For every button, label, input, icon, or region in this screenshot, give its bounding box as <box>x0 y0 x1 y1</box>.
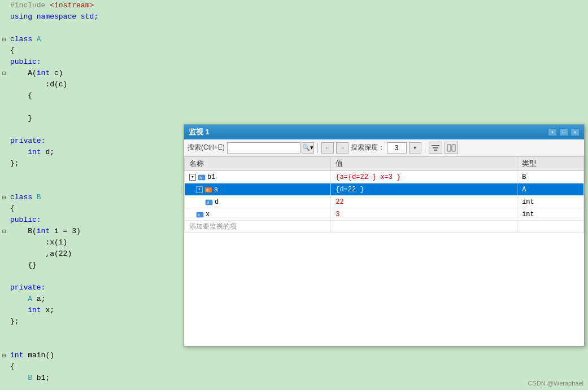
watch-close-button[interactable]: ✕ <box>570 128 580 136</box>
svg-rect-2 <box>434 150 437 151</box>
toolbar-separator-1 <box>317 143 318 153</box>
code-line-6: public: <box>0 56 186 68</box>
watermark: CSDN @Weraphael <box>528 380 583 387</box>
watch-window: 监视 1 ▾ □ ✕ 搜索(Ctrl+E) 🔍▾ ← → 搜索深度： ▾ <box>184 124 585 347</box>
code-line-7: ⊟ A(int c) <box>0 68 186 79</box>
code-line-1: #include <iostream> <box>0 0 186 11</box>
code-line-30 <box>0 327 186 339</box>
toolbar-separator-2 <box>425 143 425 153</box>
code-line-32: ⊟ int main() <box>0 350 186 361</box>
row-name-a: ▾ a a <box>185 183 331 196</box>
code-line-26: private: <box>0 282 186 293</box>
code-line-34: B b1; <box>0 373 186 384</box>
watch-restore-button[interactable]: □ <box>559 128 568 136</box>
object-icon-d: d <box>205 198 213 206</box>
row-type-x: int <box>517 208 584 221</box>
row-type-b1: B <box>517 171 584 183</box>
watch-titlebar: 监视 1 ▾ □ ✕ <box>184 125 584 139</box>
row-name-d: d d <box>185 196 331 208</box>
code-editor: #include <iostream> using namespace std;… <box>0 0 186 390</box>
code-line-4: ⊟ class A <box>0 34 186 45</box>
code-line-15: }; <box>0 158 186 169</box>
code-line-8: :d(c) <box>0 79 186 90</box>
code-line-33: { <box>0 361 186 373</box>
nav-back-button[interactable]: ← <box>321 142 334 154</box>
code-line-20: public: <box>0 214 186 226</box>
code-line-5: { <box>0 45 186 56</box>
code-line-27: A a; <box>0 293 186 305</box>
code-line-25 <box>0 271 186 282</box>
row-value-a: {d=22 } <box>331 183 517 196</box>
expand-icon-a[interactable]: ▾ <box>196 186 203 193</box>
search-label: 搜索(Ctrl+E) <box>188 143 225 152</box>
toolbar-icon-btn-2[interactable] <box>445 142 458 154</box>
watch-title: 监视 1 <box>189 127 210 137</box>
object-icon-a: a <box>204 186 212 194</box>
var-name-b1: b1 <box>207 173 215 181</box>
svg-rect-0 <box>432 145 439 146</box>
search-button[interactable]: 🔍▾ <box>302 142 314 154</box>
toolbar-icon-btn-1[interactable] <box>429 142 442 154</box>
code-line-22: :x(i) <box>0 237 186 248</box>
col-header-type: 类型 <box>517 157 584 171</box>
watch-table: 名称 值 类型 ▾ b b1 {a={d=22 } <box>184 156 584 233</box>
code-line-23: ,a(22) <box>0 248 186 260</box>
row-name-b1: ▾ b b1 <box>185 171 331 183</box>
svg-rect-4 <box>452 144 455 151</box>
code-line-17 <box>0 181 186 192</box>
code-line-35 <box>0 384 186 390</box>
svg-text:a: a <box>206 188 208 192</box>
svg-text:b: b <box>199 176 202 180</box>
code-line-14: int d; <box>0 147 186 158</box>
watch-empty-area <box>184 233 584 346</box>
expand-icon-b1[interactable]: ▾ <box>189 174 196 181</box>
depth-label: 搜索深度： <box>351 143 385 152</box>
search-box: 🔍▾ <box>227 142 314 154</box>
add-watch-label: 添加要监视的项 <box>185 221 331 233</box>
columns-icon <box>447 143 456 152</box>
svg-rect-1 <box>433 147 438 148</box>
search-input[interactable] <box>227 142 300 154</box>
code-line-9: { <box>0 90 186 102</box>
object-icon-b1: b <box>198 173 206 181</box>
depth-input[interactable] <box>387 142 407 154</box>
svg-text:x: x <box>198 213 200 217</box>
row-value-b1: {a={d=22 } x=3 } <box>331 171 517 183</box>
row-type-d: int <box>517 196 584 208</box>
var-name-a: a <box>214 186 218 194</box>
row-value-x: 3 <box>331 208 517 221</box>
table-row[interactable]: ▾ a a {d=22 } A <box>185 183 584 196</box>
depth-adjust-button[interactable]: ▾ <box>409 142 421 154</box>
nav-forward-button[interactable]: → <box>336 142 349 154</box>
var-name-d: d <box>215 198 219 206</box>
code-line-21: ⊟ B(int i = 3) <box>0 226 186 237</box>
code-line-10 <box>0 102 186 113</box>
code-line-16 <box>0 169 186 181</box>
table-row[interactable]: d d 22 int <box>185 196 584 208</box>
svg-text:d: d <box>207 200 209 205</box>
add-watch-row[interactable]: 添加要监视的项 <box>185 221 584 233</box>
code-line-2: using namespace std; <box>0 11 186 23</box>
table-row[interactable]: ▾ b b1 {a={d=22 } x=3 } B <box>185 171 584 183</box>
titlebar-controls: ▾ □ ✕ <box>548 128 580 136</box>
filter-icon <box>431 143 440 152</box>
watch-minimize-button[interactable]: ▾ <box>548 128 557 136</box>
search-icon: 🔍 <box>302 144 310 151</box>
watch-toolbar: 搜索(Ctrl+E) 🔍▾ ← → 搜索深度： ▾ <box>184 139 584 156</box>
col-header-name: 名称 <box>185 157 331 171</box>
code-line-12 <box>0 124 186 135</box>
object-icon-x: x <box>196 211 204 218</box>
code-line-13: private: <box>0 135 186 147</box>
code-line-31 <box>0 339 186 350</box>
code-line-28: int x; <box>0 305 186 316</box>
col-header-value: 值 <box>331 157 517 171</box>
row-name-x: x x <box>185 208 331 221</box>
svg-rect-3 <box>447 144 451 151</box>
var-name-x: x <box>206 211 210 218</box>
code-line-11: } <box>0 113 186 124</box>
code-line-19: { <box>0 203 186 214</box>
code-line-29: }; <box>0 316 186 327</box>
code-line-24: {} <box>0 260 186 271</box>
table-row[interactable]: x x 3 int <box>185 208 584 221</box>
row-value-d: 22 <box>331 196 517 208</box>
